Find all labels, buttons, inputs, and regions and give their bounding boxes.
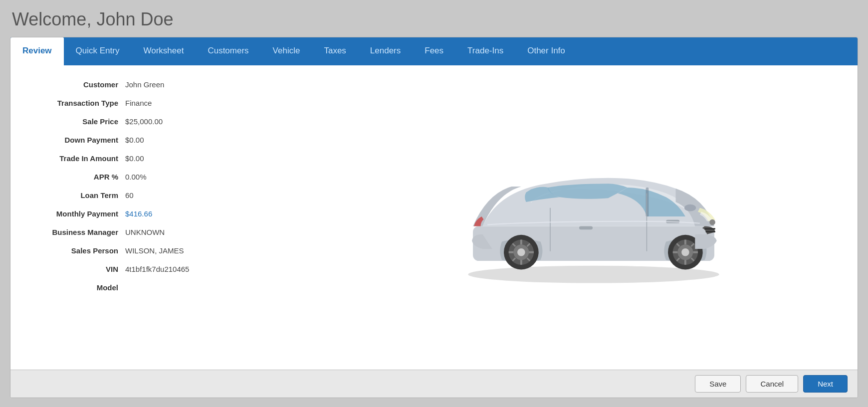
bottom-bar: Save Cancel Next: [10, 370, 858, 398]
next-button[interactable]: Next: [803, 375, 848, 393]
welcome-heading: Welcome, John Doe: [10, 9, 858, 30]
info-value: John Green: [125, 80, 164, 89]
info-row: Transaction TypeFinance: [25, 94, 325, 112]
info-row: Sales PersonWILSON, JAMES: [25, 241, 325, 260]
info-value: Finance: [125, 99, 152, 107]
info-value: 0.00%: [125, 173, 147, 181]
tab-other-info[interactable]: Other Info: [515, 37, 577, 65]
save-button[interactable]: Save: [695, 375, 741, 393]
info-label: Down Payment: [25, 136, 125, 144]
info-row: APR %0.00%: [25, 168, 325, 186]
info-section: CustomerJohn GreenTransaction TypeFinanc…: [25, 75, 325, 360]
info-row: Loan Term60: [25, 186, 325, 204]
tab-review[interactable]: Review: [10, 37, 64, 65]
tab-fees[interactable]: Fees: [413, 37, 455, 65]
info-value: WILSON, JAMES: [125, 246, 184, 255]
info-label: Transaction Type: [25, 99, 125, 107]
svg-point-33: [709, 219, 715, 225]
svg-point-22: [517, 248, 525, 256]
info-value: 60: [125, 191, 134, 200]
info-row: Sale Price$25,000.00: [25, 112, 325, 131]
info-value: 4t1bf1fk7du210465: [125, 265, 189, 273]
tab-quick-entry[interactable]: Quick Entry: [64, 37, 132, 65]
info-label: Trade In Amount: [25, 154, 125, 163]
info-label: APR %: [25, 173, 125, 181]
info-row: Monthly Payment$416.66: [25, 204, 325, 223]
svg-point-10: [681, 248, 689, 256]
info-row: CustomerJohn Green: [25, 75, 325, 94]
info-label: Loan Term: [25, 191, 125, 200]
tab-lenders[interactable]: Lenders: [358, 37, 413, 65]
info-row: Model: [25, 278, 325, 297]
info-row: VIN4t1bf1fk7du210465: [25, 260, 325, 278]
content-area: CustomerJohn GreenTransaction TypeFinanc…: [10, 65, 858, 370]
info-value: UNKNOWN: [125, 228, 165, 236]
tab-taxes[interactable]: Taxes: [312, 37, 358, 65]
main-container: ReviewQuick EntryWorksheetCustomersVehic…: [10, 37, 858, 398]
tab-bar: ReviewQuick EntryWorksheetCustomersVehic…: [10, 37, 858, 65]
svg-rect-2: [646, 188, 649, 216]
info-row: Business ManagerUNKNOWN: [25, 223, 325, 241]
tab-worksheet[interactable]: Worksheet: [131, 37, 196, 65]
info-label: Sales Person: [25, 246, 125, 255]
svg-rect-32: [706, 231, 715, 232]
info-value: $0.00: [125, 136, 144, 144]
svg-rect-31: [705, 228, 715, 229]
tab-customers[interactable]: Customers: [196, 37, 260, 65]
info-label: Model: [25, 283, 125, 292]
svg-rect-5: [579, 226, 593, 229]
info-label: Monthly Payment: [25, 209, 125, 218]
svg-point-34: [684, 204, 696, 211]
info-label: Customer: [25, 80, 125, 89]
info-value: $25,000.00: [125, 117, 163, 126]
tab-trade-ins[interactable]: Trade-Ins: [455, 37, 515, 65]
info-label: Sale Price: [25, 117, 125, 126]
car-image: [444, 133, 743, 302]
tab-vehicle[interactable]: Vehicle: [261, 37, 312, 65]
car-image-section: [325, 75, 843, 360]
info-value: $416.66: [125, 209, 152, 218]
info-row: Down Payment$0.00: [25, 131, 325, 149]
info-label: VIN: [25, 265, 125, 273]
info-row: Trade In Amount$0.00: [25, 149, 325, 168]
info-value: $0.00: [125, 154, 144, 163]
cancel-button[interactable]: Cancel: [746, 375, 798, 393]
info-label: Business Manager: [25, 228, 125, 236]
